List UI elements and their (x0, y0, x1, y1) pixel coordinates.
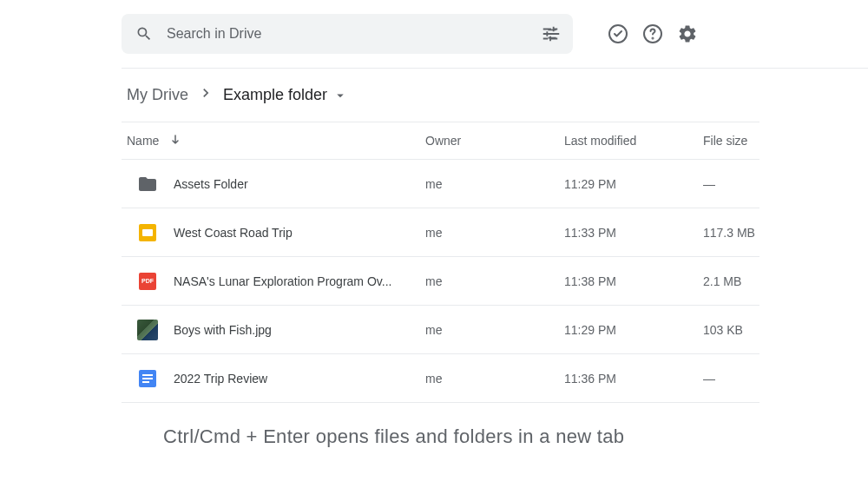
keyboard-hint: Ctrl/Cmd + Enter opens files and folders… (122, 403, 868, 448)
name-cell: PDFNASA's Lunar Exploration Program Ov..… (122, 271, 425, 292)
table-row[interactable]: Assets Folderme11:29 PM— (122, 160, 760, 208)
column-header-modified[interactable]: Last modified (564, 134, 703, 148)
name-cell: Assets Folder (122, 174, 425, 195)
sort-arrow-down-icon (168, 133, 183, 148)
modified-cell: 11:36 PM (564, 372, 703, 386)
column-header-name[interactable]: Name (122, 133, 425, 148)
table-header: Name Owner Last modified File size (122, 122, 760, 160)
table-row[interactable]: PDFNASA's Lunar Exploration Program Ov..… (122, 257, 760, 306)
size-cell: 103 KB (703, 323, 760, 337)
owner-cell: me (425, 372, 564, 386)
folder-icon (137, 174, 158, 195)
offline-ready-icon[interactable] (608, 23, 628, 44)
modified-cell: 11:29 PM (564, 177, 703, 191)
table-row[interactable]: Boys with Fish.jpgme11:29 PM103 KB (122, 306, 760, 354)
file-name: West Coast Road Trip (174, 226, 293, 240)
file-name: Boys with Fish.jpg (174, 323, 272, 337)
file-name: NASA's Lunar Exploration Program Ov... (174, 274, 391, 288)
name-cell: West Coast Road Trip (122, 222, 425, 243)
table-row[interactable]: West Coast Road Tripme11:33 PM117.3 MB (122, 208, 760, 257)
owner-cell: me (425, 323, 564, 337)
top-actions (608, 23, 698, 44)
slides-icon (137, 222, 158, 243)
image-thumbnail-icon (137, 320, 158, 340)
column-header-size[interactable]: File size (703, 134, 760, 148)
col-name-label: Name (127, 134, 159, 148)
breadcrumb-current-label: Example folder (223, 86, 327, 104)
top-bar (122, 0, 868, 69)
search-box[interactable] (122, 14, 573, 54)
modified-cell: 11:29 PM (564, 323, 703, 337)
help-icon[interactable] (642, 23, 663, 44)
name-cell: Boys with Fish.jpg (122, 320, 425, 340)
column-header-owner[interactable]: Owner (425, 134, 564, 148)
file-name: 2022 Trip Review (174, 372, 267, 386)
owner-cell: me (425, 226, 564, 240)
size-cell: 2.1 MB (703, 274, 760, 288)
svg-point-2 (653, 38, 654, 39)
owner-cell: me (425, 274, 564, 288)
breadcrumb-root[interactable]: My Drive (127, 86, 188, 104)
pdf-icon: PDF (137, 271, 158, 292)
chevron-right-icon (197, 84, 214, 106)
search-icon (134, 23, 155, 44)
size-cell: 117.3 MB (703, 226, 760, 240)
dropdown-icon (332, 88, 348, 103)
modified-cell: 11:33 PM (564, 226, 703, 240)
search-input[interactable] (167, 26, 529, 42)
gear-icon[interactable] (677, 23, 698, 44)
size-cell: — (703, 177, 760, 191)
search-options-icon[interactable] (542, 23, 562, 44)
breadcrumb-current[interactable]: Example folder (223, 86, 348, 104)
breadcrumb: My Drive Example folder (122, 69, 868, 122)
table-row[interactable]: 2022 Trip Reviewme11:36 PM— (122, 354, 760, 403)
size-cell: — (703, 372, 760, 386)
docs-icon (137, 368, 158, 389)
name-cell: 2022 Trip Review (122, 368, 425, 389)
modified-cell: 11:38 PM (564, 274, 703, 288)
owner-cell: me (425, 177, 564, 191)
file-name: Assets Folder (174, 177, 248, 191)
file-table: Name Owner Last modified File size Asset… (122, 122, 760, 403)
